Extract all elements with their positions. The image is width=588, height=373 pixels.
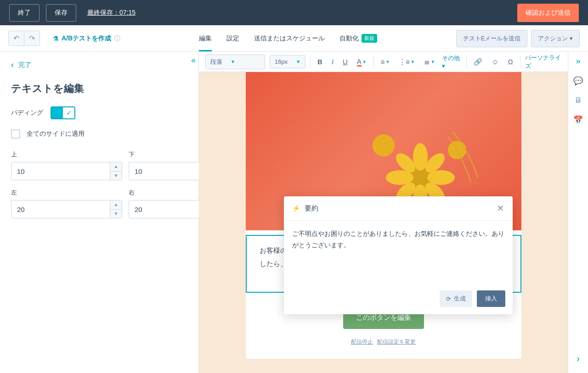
redo-button[interactable]: ↷	[24, 31, 40, 45]
actions-button[interactable]: アクション ▾	[531, 30, 580, 47]
comment-icon[interactable]: 💬	[573, 76, 583, 86]
font-size-select[interactable]: 16px▼	[270, 55, 305, 68]
refresh-icon: ⟳	[446, 295, 451, 302]
svg-point-4	[427, 170, 455, 185]
tab-send[interactable]: 送信またはスケジュール	[254, 26, 325, 51]
flask-icon: ⚗	[53, 35, 59, 42]
collapse-panel-icon[interactable]: «	[191, 56, 196, 65]
padding-top-up[interactable]: ▲	[110, 162, 122, 172]
sub-bar: ↶ ↷ ⚗ A/Bテストを作成 ⓘ 編集 設定 送信またはスケジュール 自動化 …	[0, 25, 588, 52]
close-icon[interactable]: ✕	[497, 203, 504, 214]
personalize-link[interactable]: パーソナライズ	[525, 54, 561, 70]
padding-top-label: 上	[11, 150, 122, 159]
bullet-list-button[interactable]: ⋮≡▼	[396, 56, 417, 68]
undo-redo-group: ↶ ↷	[8, 31, 40, 46]
apply-all-label: 全てのサイドに適用	[27, 130, 85, 138]
email-footer: 配信停止 配信設定を変更	[246, 338, 521, 359]
padding-top-input[interactable]	[11, 162, 110, 180]
padding-left-up[interactable]: ▲	[110, 200, 122, 210]
padding-left-label: 左	[11, 189, 122, 197]
save-button[interactable]: 保存	[46, 4, 76, 22]
text-color-button[interactable]: A▼	[355, 56, 369, 68]
right-rail: » 💬 🖥 📅 ›	[568, 52, 588, 373]
regenerate-button[interactable]: ⟳生成	[440, 290, 472, 307]
align-button[interactable]: ≡▼	[379, 56, 392, 67]
emoji-icon[interactable]: ☺	[489, 56, 501, 67]
expand-rail-icon[interactable]: »	[576, 56, 580, 66]
last-saved-label[interactable]: 最終保存：07:15	[87, 9, 136, 17]
svg-point-1	[413, 143, 428, 171]
apply-all-checkbox[interactable]	[11, 129, 20, 139]
panel-back-label: 完了	[18, 61, 31, 69]
svg-point-3	[386, 170, 413, 185]
tab-automation-label: 自動化	[339, 34, 359, 43]
underline-button[interactable]: U	[340, 56, 350, 67]
italic-button[interactable]: I	[329, 56, 336, 67]
more-dropdown[interactable]: その他 ▾	[442, 54, 462, 69]
link-icon[interactable]: 🔗	[471, 56, 485, 68]
ab-test-label: A/Bテストを作成	[62, 34, 111, 43]
padding-label: パディング	[11, 109, 43, 117]
info-icon: ⓘ	[114, 34, 120, 43]
padding-left-input[interactable]	[11, 200, 110, 218]
tab-edit[interactable]: 編集	[199, 26, 212, 51]
exit-button[interactable]: 終了	[9, 4, 40, 22]
tab-automation[interactable]: 自動化 新規	[339, 26, 377, 51]
panel-back[interactable]: ‹ 完了	[0, 52, 198, 75]
tab-settings[interactable]: 設定	[226, 26, 239, 51]
undo-button[interactable]: ↶	[9, 31, 24, 45]
unsubscribe-link[interactable]: 配信停止	[351, 339, 373, 345]
check-icon: ✓	[63, 107, 74, 118]
top-bar: 終了 保存 最終保存：07:15 確認および送信	[0, 0, 588, 25]
bold-button[interactable]: B	[315, 56, 325, 67]
panel-title: テキストを編集	[0, 75, 198, 106]
omega-icon[interactable]: Ω	[505, 56, 515, 67]
popup-body: ご不明点やお困りのことがありましたら、お気軽にご連絡ください。ありがとうございま…	[284, 221, 513, 285]
ai-summary-popup: ⚡ 要約 ✕ ご不明点やお困りのことがありましたら、お気軽にご連絡ください。あり…	[284, 196, 513, 314]
test-email-button[interactable]: テストEメールを送信	[456, 30, 528, 47]
padding-top-down[interactable]: ▼	[110, 172, 122, 180]
side-panel: « ‹ 完了 テキストを編集 パディング ✓ 全てのサイドに適用 上	[0, 52, 199, 373]
chevron-left-icon: ‹	[11, 60, 14, 70]
chevron-right-icon[interactable]: ›	[577, 353, 580, 364]
paragraph-select[interactable]: 段落▼	[205, 55, 265, 69]
new-badge: 新規	[362, 34, 377, 43]
bolt-icon: ⚡	[292, 205, 300, 212]
text-toolbar: 段落▼ 16px▼ B I U A▼ ≡▼ ⋮≡▼ ≣▼ その他 ▾ 🔗 ☺ Ω…	[199, 52, 568, 72]
main-area: « ‹ 完了 テキストを編集 パディング ✓ 全てのサイドに適用 上	[0, 52, 588, 373]
device-icon[interactable]: 🖥	[574, 96, 582, 105]
popup-title: 要約	[305, 204, 497, 213]
main-tabs: 編集 設定 送信またはスケジュール 自動化 新規	[199, 26, 377, 51]
calendar-icon[interactable]: 📅	[573, 115, 583, 125]
preferences-link[interactable]: 配信設定を変更	[377, 339, 416, 345]
ab-test-link[interactable]: ⚗ A/Bテストを作成 ⓘ	[53, 34, 120, 43]
insert-button[interactable]: 挿入	[477, 290, 505, 307]
padding-left-down[interactable]: ▼	[110, 210, 122, 218]
padding-toggle[interactable]: ✓	[51, 106, 75, 119]
svg-point-9	[373, 134, 395, 156]
numbered-list-button[interactable]: ≣▼	[422, 56, 437, 68]
confirm-send-button[interactable]: 確認および送信	[517, 4, 579, 22]
